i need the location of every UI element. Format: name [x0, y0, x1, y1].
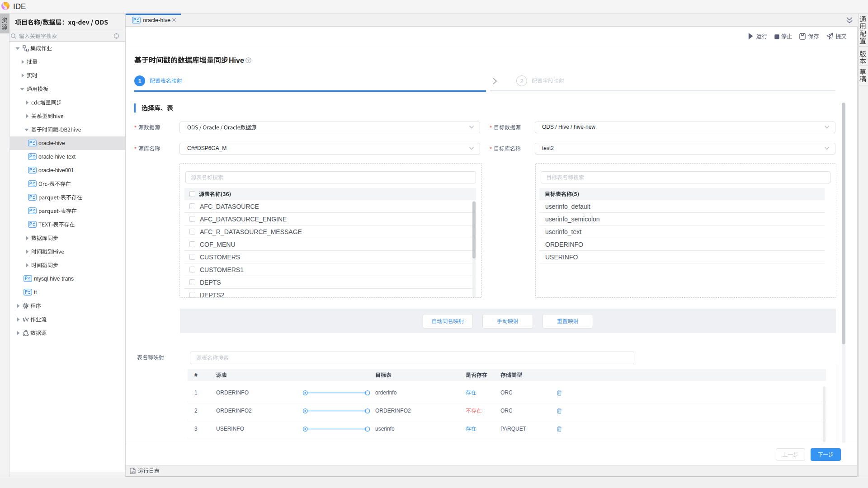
svg-text:LOG: LOG	[131, 471, 135, 473]
